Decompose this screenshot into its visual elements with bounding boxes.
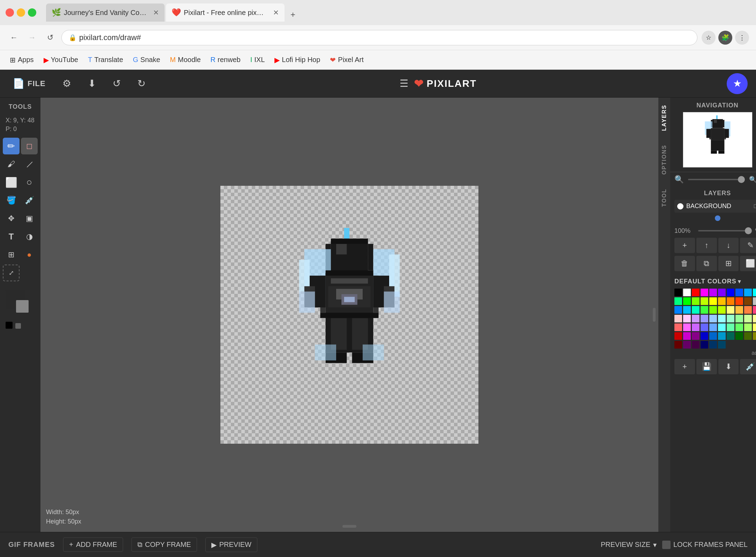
rect-outline-tool[interactable]: ▣: [21, 210, 38, 227]
lock-frames-checkbox[interactable]: [662, 541, 671, 549]
color-cell[interactable]: [674, 289, 682, 296]
color-cell[interactable]: [718, 332, 726, 340]
browser-menu-button[interactable]: ⋮: [735, 31, 749, 45]
bookmark-apps[interactable]: ⊞ Apps: [6, 54, 38, 66]
extensions-button[interactable]: 🧩: [718, 31, 732, 45]
brush-tool[interactable]: 🖌: [3, 156, 20, 173]
download-palette-button[interactable]: ⬇: [718, 359, 739, 374]
color-cell[interactable]: [701, 306, 708, 314]
circle-select-tool[interactable]: ○: [21, 174, 38, 191]
color-cell[interactable]: [744, 306, 752, 314]
color-cell[interactable]: [701, 289, 708, 296]
back-button[interactable]: ←: [7, 31, 21, 45]
mini-swatch-2[interactable]: [15, 323, 21, 329]
color-cell[interactable]: [692, 323, 700, 331]
color-cell[interactable]: [692, 332, 700, 340]
color-cell[interactable]: [727, 315, 734, 322]
zoom-in-icon[interactable]: 🔍+: [749, 176, 756, 183]
tab-2-close[interactable]: ✕: [273, 8, 279, 17]
color-cell[interactable]: [674, 315, 682, 322]
star-button[interactable]: ★: [727, 73, 748, 94]
rect-select-tool[interactable]: ⬜: [3, 174, 20, 191]
canvas-area[interactable]: Width: 50px Height: 50px: [40, 98, 658, 532]
color-cell[interactable]: [718, 341, 726, 349]
color-cell[interactable]: [718, 297, 726, 305]
color-cell[interactable]: [744, 297, 752, 305]
close-button[interactable]: [6, 8, 14, 17]
download-button[interactable]: ⬇: [84, 75, 100, 92]
color-cell[interactable]: [709, 306, 717, 314]
zoom-slider[interactable]: [688, 179, 745, 180]
color-cell[interactable]: [683, 297, 691, 305]
color-cell[interactable]: [753, 306, 756, 314]
pencil-tool[interactable]: ✏: [3, 138, 20, 154]
preview-button[interactable]: ▶ PREVIEW: [205, 537, 257, 552]
color-cell[interactable]: [744, 332, 752, 340]
color-cell[interactable]: [753, 297, 756, 305]
fill-tool[interactable]: 🪣: [3, 192, 20, 209]
pattern-tool[interactable]: ⊞: [3, 246, 20, 263]
bookmark-star-button[interactable]: ☆: [702, 31, 716, 45]
color-cell[interactable]: [674, 341, 682, 349]
duplicate-layer-button[interactable]: ⧉: [696, 256, 717, 271]
colors-dropdown-icon[interactable]: ▾: [738, 278, 741, 285]
bookmark-youtube[interactable]: ▶ YouTube: [39, 54, 83, 66]
color-cell[interactable]: [718, 323, 726, 331]
color-cell[interactable]: [753, 332, 756, 340]
tool-tab[interactable]: TOOL: [658, 182, 670, 214]
color-cell[interactable]: [709, 315, 717, 322]
tab-2[interactable]: ❤️ Pixilart - Free online pixel art d...…: [166, 3, 285, 22]
background-layer[interactable]: BACKGROUND □: [674, 200, 756, 213]
color-cell[interactable]: [674, 323, 682, 331]
edit-icon[interactable]: ✎: [755, 227, 756, 235]
tab-1-close[interactable]: ✕: [153, 8, 159, 17]
color-cell[interactable]: [744, 289, 752, 296]
bookmark-lofi[interactable]: ▶ Lofi Hip Hop: [270, 54, 324, 66]
bookmark-ixl[interactable]: I IXL: [246, 54, 269, 66]
eraser-tool[interactable]: ◻: [21, 138, 38, 154]
color-cell[interactable]: [683, 341, 691, 349]
color-cell[interactable]: [692, 315, 700, 322]
color-cell[interactable]: [735, 315, 743, 322]
color-cell[interactable]: [727, 323, 734, 331]
layer-options-button[interactable]: ⬜: [740, 256, 756, 271]
minimize-button[interactable]: [17, 8, 25, 17]
color-cell[interactable]: [709, 332, 717, 340]
color-cell[interactable]: [683, 306, 691, 314]
gradient-tool[interactable]: ◑: [21, 228, 38, 245]
color-cell[interactable]: [701, 341, 708, 349]
color-cell[interactable]: [701, 332, 708, 340]
bookmark-translate[interactable]: T Translate: [84, 54, 127, 66]
refresh-button[interactable]: ↺: [43, 31, 57, 45]
horizontal-scrollbar[interactable]: [342, 525, 356, 528]
color-cell[interactable]: [735, 332, 743, 340]
color-cell[interactable]: [735, 289, 743, 296]
layer-eye-toggle[interactable]: [677, 203, 683, 209]
color-cell[interactable]: [701, 315, 708, 322]
background-color-swatch[interactable]: [15, 299, 29, 313]
color-cell[interactable]: [683, 332, 691, 340]
color-cell[interactable]: [709, 289, 717, 296]
move-up-button[interactable]: ↑: [696, 238, 717, 253]
hamburger-icon[interactable]: ☰: [400, 78, 408, 89]
color-cell[interactable]: [674, 306, 682, 314]
color-cell[interactable]: [709, 341, 717, 349]
undo-button[interactable]: ↺: [108, 75, 125, 92]
color-cell[interactable]: [701, 297, 708, 305]
settings-button[interactable]: ⚙: [58, 75, 75, 92]
file-menu-button[interactable]: 📄 FILE: [8, 75, 50, 92]
bookmark-moodle[interactable]: M Moodle: [166, 54, 205, 66]
color-cell[interactable]: [692, 341, 700, 349]
color-cell[interactable]: [727, 332, 734, 340]
move-tool[interactable]: ✥: [3, 210, 20, 227]
layers-tab[interactable]: LAYERS: [658, 98, 670, 138]
color-cell[interactable]: [692, 297, 700, 305]
zoom-thumb[interactable]: [738, 176, 745, 183]
color-cell[interactable]: [709, 297, 717, 305]
new-tab-button[interactable]: +: [286, 8, 300, 22]
color-cell[interactable]: [683, 289, 691, 296]
smudge-tool[interactable]: ●: [21, 246, 38, 263]
fullscreen-button[interactable]: [28, 8, 36, 17]
color-cell[interactable]: [701, 323, 708, 331]
color-cell[interactable]: [709, 323, 717, 331]
